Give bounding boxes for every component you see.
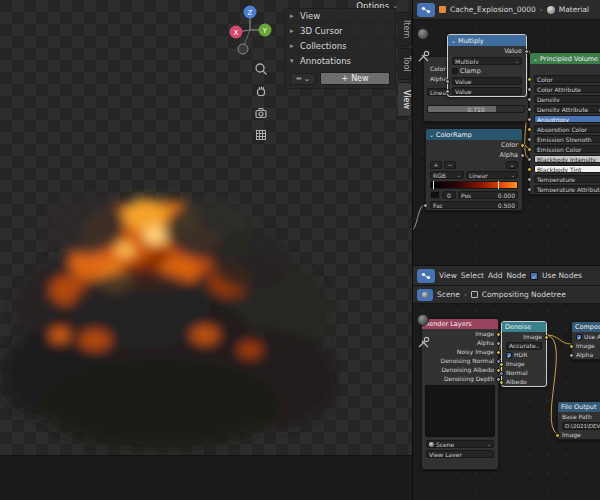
- tab-item[interactable]: Item: [398, 12, 412, 46]
- socket[interactable]: [527, 187, 532, 192]
- color-socket[interactable]: [527, 147, 532, 152]
- socket[interactable]: [527, 157, 532, 162]
- emission-color-field[interactable]: Emission Color: [534, 145, 600, 153]
- gradient-stop[interactable]: [433, 181, 434, 189]
- socket[interactable]: [527, 87, 532, 92]
- volume-node-header[interactable]: ⌄ Principled Volume: [530, 53, 600, 64]
- collapse-icon[interactable]: ⌄: [533, 55, 538, 62]
- shading-sphere-icon[interactable]: [417, 28, 429, 40]
- panel-3d-cursor[interactable]: ▸ 3D Cursor: [285, 24, 395, 39]
- albedo-socket[interactable]: [499, 380, 504, 385]
- compositor-editor[interactable]: View Select Add Node ✓ Use Nodes Scene ›…: [412, 265, 600, 500]
- tab-view[interactable]: View: [398, 82, 412, 117]
- value1-field[interactable]: Value: [452, 77, 522, 85]
- principled-volume-node[interactable]: ⌄ Principled Volume Volume Color Color A…: [529, 52, 600, 195]
- blackbody-tint-swatch[interactable]: Blackbody Tint: [534, 165, 600, 173]
- render-layers-header[interactable]: Render Layers: [422, 319, 498, 329]
- editor-type-button[interactable]: [417, 3, 435, 17]
- alpha-socket[interactable]: [520, 153, 525, 158]
- color-mode-dropdown[interactable]: RGB ⌄: [430, 171, 464, 179]
- interpolation-dropdown[interactable]: Linear ⌄: [466, 171, 518, 179]
- colorramp-node[interactable]: ⌄ ColorRamp Color Alpha + − ⌄ RGB ⌄: [425, 128, 523, 211]
- socket[interactable]: [527, 137, 532, 142]
- ramp-options-button[interactable]: ⌄: [506, 161, 518, 169]
- value-socket[interactable]: [445, 79, 450, 84]
- menu-add[interactable]: Add: [488, 271, 503, 280]
- file-output-node[interactable]: File Output Base Path D:\2021\DEV\BL_S I…: [557, 401, 600, 440]
- annotation-new-button[interactable]: + New: [320, 72, 390, 85]
- color-field[interactable]: Color: [534, 75, 600, 83]
- blackbody-intensity-field[interactable]: Blackbody Intensity: [534, 155, 600, 163]
- math-node-header[interactable]: ⌄ Multiply: [448, 35, 526, 46]
- remove-stop-button[interactable]: −: [444, 161, 456, 169]
- zoom-icon[interactable]: [254, 62, 268, 76]
- shader-editor[interactable]: Cache_Explosion_0000 › Material Color Al…: [412, 0, 600, 265]
- color-socket[interactable]: [527, 127, 532, 132]
- socket[interactable]: [527, 97, 532, 102]
- fac-field[interactable]: Fac 0.500: [430, 201, 518, 209]
- navigation-gizmo[interactable]: Z X Y: [228, 2, 274, 66]
- absorption-color-field[interactable]: Absorption Color: [534, 125, 600, 133]
- value-socket[interactable]: [445, 89, 450, 94]
- panel-view[interactable]: ▸ View: [285, 9, 395, 24]
- stop-position-field[interactable]: Pos 0.000: [458, 191, 518, 199]
- menu-view[interactable]: View: [439, 271, 457, 280]
- denoise-header[interactable]: Denoise: [502, 322, 546, 332]
- image-socket[interactable]: [544, 335, 549, 340]
- use-nodes-checkbox[interactable]: ✓: [530, 272, 538, 280]
- collapse-icon[interactable]: ⌄: [429, 131, 434, 138]
- menu-select[interactable]: Select: [461, 271, 484, 280]
- normal-socket[interactable]: [499, 371, 504, 376]
- use-alpha-checkbox[interactable]: ✓: [576, 334, 582, 340]
- colorramp-gradient[interactable]: [430, 181, 518, 189]
- pan-hand-icon[interactable]: [254, 84, 268, 98]
- clamp-checkbox[interactable]: [452, 68, 458, 74]
- socket[interactable]: [527, 117, 532, 122]
- temperature-field[interactable]: Temperature: [534, 175, 600, 183]
- colorramp-node-header[interactable]: ⌄ ColorRamp: [426, 129, 522, 140]
- stop-index-field[interactable]: 0: [442, 191, 456, 199]
- socket[interactable]: [527, 177, 532, 182]
- gradient-stop[interactable]: [498, 181, 499, 189]
- density-field[interactable]: Density: [534, 95, 600, 103]
- color-socket[interactable]: [527, 167, 532, 172]
- ortho-grid-icon[interactable]: [254, 128, 268, 142]
- base-path-field[interactable]: D:\2021\DEV\BL_S: [562, 422, 600, 430]
- math-node[interactable]: ⌄ Multiply Value Multiply ⌄ Clamp Value: [447, 34, 527, 97]
- file-output-header[interactable]: File Output: [558, 402, 600, 412]
- add-stop-button[interactable]: +: [430, 161, 442, 169]
- alpha-socket[interactable]: [569, 353, 574, 358]
- anisotropy-field[interactable]: Anisotropy: [534, 115, 600, 123]
- scene-selector[interactable]: Scene ⌄: [426, 440, 494, 448]
- stop-color-swatch[interactable]: [430, 191, 440, 199]
- render-layers-node[interactable]: Render Layers Image Alpha Noisy Image De…: [421, 318, 499, 470]
- panel-collections[interactable]: ▸ Collections: [285, 39, 395, 54]
- denoise-node[interactable]: Denoise Image Accurate⌄ ✓ HDR Image Norm…: [501, 321, 547, 387]
- image-socket[interactable]: [569, 344, 574, 349]
- editor-type-button[interactable]: [417, 269, 435, 283]
- value2-field[interactable]: Value: [452, 87, 522, 95]
- image-socket[interactable]: [499, 362, 504, 367]
- view-layer-selector[interactable]: View Layer: [426, 450, 494, 458]
- composite-header[interactable]: Composite: [572, 322, 600, 332]
- hdr-checkbox[interactable]: ✓: [506, 352, 512, 358]
- emission-strength-field[interactable]: Emission Strength: [534, 135, 600, 143]
- fac-socket[interactable]: [423, 203, 428, 208]
- color-socket[interactable]: [520, 143, 525, 148]
- prefilter-dropdown[interactable]: Accurate⌄: [506, 342, 542, 350]
- socket[interactable]: [527, 107, 532, 112]
- temperature-attribute-field[interactable]: Temperature Attributetemperature: [534, 185, 600, 193]
- tool-wrench-icon[interactable]: [417, 336, 430, 349]
- 3d-viewport[interactable]: Options ⌄ Z X Y: [0, 0, 412, 455]
- annotation-tool-button[interactable]: ✏ ⌄: [290, 73, 316, 85]
- composite-node[interactable]: Composite ✓ Use Alpha Image Alpha: [571, 321, 600, 360]
- image-socket[interactable]: [555, 433, 560, 438]
- value-socket[interactable]: [524, 49, 529, 54]
- color-attribute-field[interactable]: Color Attribute: [534, 85, 600, 93]
- camera-view-icon[interactable]: [254, 106, 268, 120]
- operation-dropdown[interactable]: Multiply ⌄: [452, 57, 522, 65]
- tool-wrench-icon[interactable]: [417, 50, 430, 63]
- density-attribute-field[interactable]: Density Attributedensity: [534, 105, 600, 113]
- shading-sphere-icon[interactable]: [417, 314, 429, 326]
- collapse-icon[interactable]: ⌄: [451, 37, 456, 44]
